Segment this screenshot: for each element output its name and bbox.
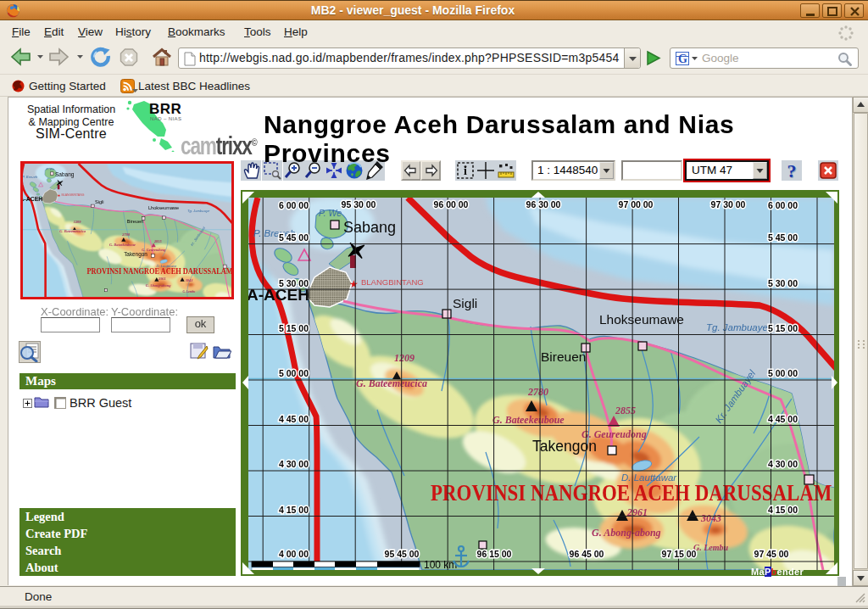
svg-text:97 00 00: 97 00 00 (619, 199, 654, 210)
svg-text:97 45 00: 97 45 00 (754, 549, 789, 559)
svg-text:4 30 00: 4 30 00 (279, 459, 309, 469)
svg-text:5 30 00: 5 30 00 (768, 278, 798, 288)
svg-text:4 15 00: 4 15 00 (279, 505, 309, 515)
svg-text:4 45 00: 4 45 00 (279, 414, 309, 424)
svg-text:5 45 00: 5 45 00 (768, 232, 798, 243)
svg-text:5 00 00: 5 00 00 (279, 368, 309, 378)
svg-text:4 45 00: 4 45 00 (768, 414, 798, 424)
svg-text:5 15 00: 5 15 00 (279, 323, 309, 333)
svg-text:96 00 00: 96 00 00 (434, 199, 469, 210)
svg-text:6 00 00: 6 00 00 (279, 200, 309, 210)
svg-text:G: G (678, 53, 687, 65)
svg-text:97 15 00: 97 15 00 (662, 549, 697, 559)
svg-text:5 45 00: 5 45 00 (279, 232, 309, 243)
svg-text:96 15 00: 96 15 00 (477, 549, 512, 559)
svg-text:100 km: 100 km (424, 559, 457, 570)
svg-text:5 00 00: 5 00 00 (768, 368, 798, 378)
svg-text:96 30 00: 96 30 00 (526, 199, 561, 210)
svg-text:6 00 00: 6 00 00 (768, 200, 798, 210)
svg-text:95 45 00: 95 45 00 (385, 549, 420, 559)
svg-text:4 30 00: 4 30 00 (768, 459, 798, 469)
svg-text:5 30 00: 5 30 00 (279, 278, 309, 288)
svg-text:97 30 00: 97 30 00 (711, 199, 746, 210)
svg-text:95 30 00: 95 30 00 (342, 199, 376, 210)
svg-text:96 45 00: 96 45 00 (570, 549, 604, 559)
svg-text:4 15 00: 4 15 00 (768, 505, 798, 515)
svg-text:4 00 00: 4 00 00 (279, 549, 309, 559)
svg-text:5 15 00: 5 15 00 (768, 323, 798, 333)
